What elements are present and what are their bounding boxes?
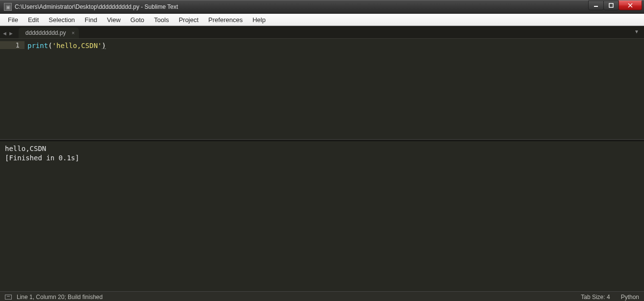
build-output[interactable]: hello,CSDN [Finished in 0.1s] bbox=[0, 141, 644, 291]
tab-nav-arrows[interactable]: ◄► bbox=[2, 30, 15, 36]
chevron-left-icon: ◄ bbox=[2, 30, 7, 36]
menu-project[interactable]: Project bbox=[174, 15, 203, 25]
menu-file[interactable]: File bbox=[3, 15, 23, 25]
tab-label: dddddddddd.py bbox=[25, 29, 66, 36]
token-close-paren: ) bbox=[102, 42, 106, 50]
menu-goto[interactable]: Goto bbox=[125, 15, 149, 25]
menu-tools[interactable]: Tools bbox=[149, 15, 173, 25]
console-line: hello,CSDN bbox=[5, 145, 46, 152]
window-controls bbox=[589, 0, 642, 10]
status-tab-size[interactable]: Tab Size: 4 bbox=[581, 294, 610, 301]
status-left: Line 1, Column 20; Build finished bbox=[17, 294, 102, 301]
close-button[interactable] bbox=[619, 0, 642, 10]
menu-help[interactable]: Help bbox=[248, 15, 271, 25]
minimize-button[interactable] bbox=[588, 0, 604, 10]
menu-find[interactable]: Find bbox=[80, 15, 102, 25]
app-icon: ▣ bbox=[4, 3, 12, 11]
menubar: File Edit Selection Find View Goto Tools… bbox=[0, 14, 644, 26]
menu-view[interactable]: View bbox=[102, 15, 125, 25]
editor[interactable]: 1 print('hello,CSDN') bbox=[0, 39, 644, 139]
menu-preferences[interactable]: Preferences bbox=[203, 15, 248, 25]
titlebar: ▣ C:\Users\Administrator\Desktop\ddddddd… bbox=[0, 0, 644, 14]
code-area[interactable]: print('hello,CSDN') bbox=[25, 39, 630, 139]
token-function: print bbox=[27, 42, 48, 50]
tabbar: ◄► dddddddddd.py × ▼ bbox=[0, 26, 644, 39]
menu-edit[interactable]: Edit bbox=[23, 15, 44, 25]
tab-active[interactable]: dddddddddd.py × bbox=[19, 27, 79, 38]
maximize-button[interactable] bbox=[603, 0, 619, 10]
tab-dropdown-icon[interactable]: ▼ bbox=[634, 29, 639, 34]
chevron-right-icon: ► bbox=[8, 30, 14, 36]
menu-selection[interactable]: Selection bbox=[44, 15, 79, 25]
line-number: 1 bbox=[0, 41, 25, 49]
statusbar: Line 1, Column 20; Build finished Tab Si… bbox=[0, 291, 644, 301]
console-line: [Finished in 0.1s] bbox=[5, 154, 79, 162]
tab-close-icon[interactable]: × bbox=[72, 30, 74, 36]
minimap[interactable] bbox=[630, 39, 644, 139]
token-string: 'hello,CSDN' bbox=[52, 42, 102, 50]
svg-rect-1 bbox=[609, 3, 613, 7]
panel-switch-icon[interactable] bbox=[5, 295, 12, 300]
status-syntax[interactable]: Python bbox=[621, 294, 639, 301]
gutter: 1 bbox=[0, 39, 25, 139]
window-title: C:\Users\Administrator\Desktop\ddddddddd… bbox=[15, 3, 589, 10]
token-open-paren: ( bbox=[48, 42, 52, 50]
